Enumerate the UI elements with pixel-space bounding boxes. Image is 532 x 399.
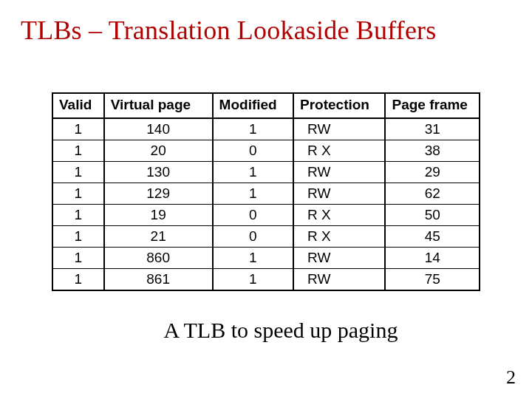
cell-frame: 14 — [385, 248, 480, 269]
cell-frame: 31 — [385, 118, 480, 140]
cell-vpage: 20 — [104, 140, 213, 162]
slide-title: TLBs – Translation Lookaside Buffers — [0, 15, 532, 46]
tlb-table: Valid Virtual page Modified Protection P… — [52, 92, 480, 291]
table-row: 1 129 1 RW 62 — [52, 183, 480, 205]
cell-modified: 0 — [213, 140, 293, 162]
col-header-frame: Page frame — [385, 93, 480, 118]
cell-protection: R X — [293, 140, 385, 162]
cell-modified: 1 — [213, 118, 293, 140]
cell-protection: R X — [293, 226, 385, 248]
tlb-table-wrap: Valid Virtual page Modified Protection P… — [52, 92, 480, 291]
cell-protection: RW — [293, 248, 385, 269]
cell-frame: 50 — [385, 205, 480, 226]
table-row: 1 20 0 R X 38 — [52, 140, 480, 162]
col-header-protection: Protection — [293, 93, 385, 118]
table-row: 1 861 1 RW 75 — [52, 269, 480, 291]
slide: TLBs – Translation Lookaside Buffers Val… — [0, 0, 532, 399]
col-header-modified: Modified — [213, 93, 293, 118]
cell-modified: 1 — [213, 162, 293, 183]
cell-frame: 62 — [385, 183, 480, 205]
cell-protection: RW — [293, 162, 385, 183]
table-body: 1 140 1 RW 31 1 20 0 R X 38 1 130 1 — [52, 118, 480, 290]
cell-protection: RW — [293, 118, 385, 140]
cell-modified: 1 — [213, 269, 293, 291]
col-header-valid: Valid — [52, 93, 104, 118]
table-row: 1 19 0 R X 50 — [52, 205, 480, 226]
cell-protection: RW — [293, 269, 385, 291]
cell-valid: 1 — [52, 205, 104, 226]
cell-modified: 1 — [213, 248, 293, 269]
cell-protection: R X — [293, 205, 385, 226]
cell-modified: 0 — [213, 226, 293, 248]
cell-valid: 1 — [52, 162, 104, 183]
cell-modified: 0 — [213, 205, 293, 226]
cell-valid: 1 — [52, 248, 104, 269]
cell-vpage: 129 — [104, 183, 213, 205]
table-header-row: Valid Virtual page Modified Protection P… — [52, 93, 480, 118]
table-row: 1 860 1 RW 14 — [52, 248, 480, 269]
cell-modified: 1 — [213, 183, 293, 205]
col-header-vpage: Virtual page — [104, 93, 213, 118]
cell-valid: 1 — [52, 183, 104, 205]
cell-vpage: 860 — [104, 248, 213, 269]
cell-vpage: 140 — [104, 118, 213, 140]
cell-vpage: 130 — [104, 162, 213, 183]
cell-valid: 1 — [52, 226, 104, 248]
cell-frame: 75 — [385, 269, 480, 291]
cell-protection: RW — [293, 183, 385, 205]
cell-vpage: 861 — [104, 269, 213, 291]
cell-frame: 38 — [385, 140, 480, 162]
cell-valid: 1 — [52, 118, 104, 140]
table-row: 1 140 1 RW 31 — [52, 118, 480, 140]
table-row: 1 130 1 RW 29 — [52, 162, 480, 183]
cell-frame: 45 — [385, 226, 480, 248]
page-number: 2 — [506, 366, 516, 389]
cell-valid: 1 — [52, 140, 104, 162]
table-row: 1 21 0 R X 45 — [52, 226, 480, 248]
cell-frame: 29 — [385, 162, 480, 183]
slide-caption: A TLB to speed up paging — [0, 318, 532, 343]
cell-valid: 1 — [52, 269, 104, 291]
cell-vpage: 19 — [104, 205, 213, 226]
cell-vpage: 21 — [104, 226, 213, 248]
